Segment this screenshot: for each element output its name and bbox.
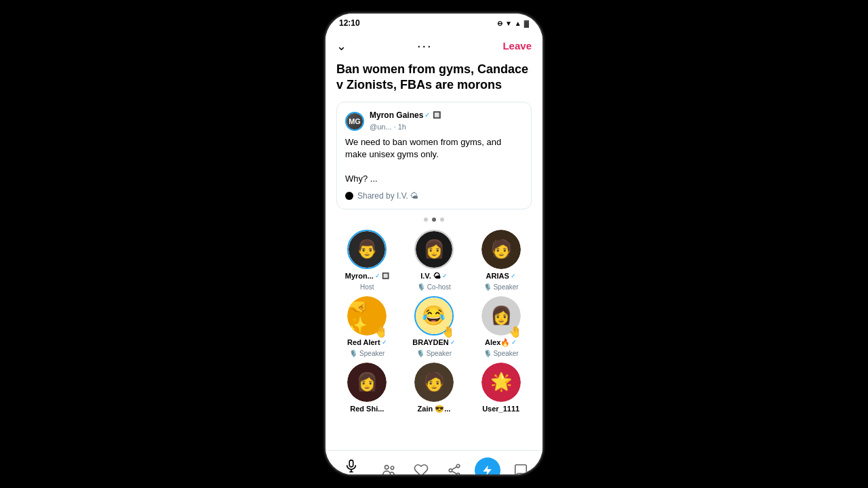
phone-frame: 12:10 ⊖ ▼ ▲ ▓ ⌄ ··· Leave Ban women from… bbox=[326, 14, 542, 474]
tweet-author-avatar: MG bbox=[345, 112, 364, 131]
verified-icon: ✓ bbox=[375, 272, 380, 279]
speaker-avatar-wrap: 🧑 bbox=[414, 363, 454, 402]
people-button[interactable] bbox=[376, 460, 401, 475]
share-button[interactable] bbox=[441, 460, 467, 475]
speaker-user1111[interactable]: 🌟 User_1111 bbox=[470, 363, 532, 413]
speaker-brayden[interactable]: 😂 🤚 BRAYDEN ✓ 🎙️ Speaker bbox=[403, 296, 465, 357]
speakers-grid: 👨 Myron... ✓ 🔲 Host 👩 I.V. � bbox=[326, 227, 542, 425]
signal-bars-icon: ▲ bbox=[515, 20, 521, 27]
speaker-name: BRAYDEN bbox=[412, 338, 448, 347]
verified-icon: ✓ bbox=[511, 272, 516, 279]
speaker-role: 🎙️ Speaker bbox=[484, 350, 519, 357]
shared-dot-icon bbox=[345, 192, 353, 200]
speaker-arias[interactable]: 🧑 ARIAS ✓ 🎙️ Speaker bbox=[470, 230, 532, 291]
svg-point-3 bbox=[384, 465, 389, 469]
speaker-name: Zain 😎... bbox=[418, 405, 451, 413]
speaker-avatar: 👩 bbox=[347, 363, 387, 402]
speaker-name: Red Shi... bbox=[350, 405, 384, 413]
signal-icon: ⊖ bbox=[497, 20, 502, 27]
speaker-myron[interactable]: 👨 Myron... ✓ 🔲 Host bbox=[336, 230, 398, 291]
speaker-avatar-wrap: 👩 bbox=[414, 230, 454, 269]
speaker-avatar: 👩 bbox=[414, 230, 454, 269]
tweet-meta: Myron Gaines ✓ 🔲 @un... · 1h bbox=[370, 110, 523, 132]
speaker-role: 🎙️ Speaker bbox=[349, 350, 384, 357]
svg-point-5 bbox=[456, 464, 460, 468]
svg-point-7 bbox=[456, 473, 460, 474]
hand-emoji: 🤚 bbox=[509, 325, 522, 338]
speaker-iv[interactable]: 👩 I.V. 🌤 ✓ 🎙️ Co-host bbox=[403, 230, 465, 291]
speaker-avatar-wrap: 🤜✨ 🤚 bbox=[347, 296, 387, 336]
speaker-red-shi[interactable]: 👩 Red Shi... bbox=[336, 363, 398, 413]
battery-icon: ▓ bbox=[524, 20, 529, 27]
speaker-red-alert[interactable]: 🤜✨ 🤚 Red Alert ✓ 🎙️ Speaker bbox=[336, 296, 398, 357]
tweet-card: MG Myron Gaines ✓ 🔲 @un... · 1h We need … bbox=[336, 102, 532, 209]
tweet-author-name: Myron Gaines bbox=[370, 110, 423, 120]
svg-point-6 bbox=[449, 468, 452, 472]
speaker-avatar: 🧑 bbox=[414, 363, 454, 402]
boost-button[interactable] bbox=[475, 458, 500, 475]
speaker-name: Red Alert bbox=[347, 338, 380, 347]
wifi-icon: ▼ bbox=[505, 20, 512, 27]
speaker-zain[interactable]: 🧑 Zain 😎... bbox=[403, 363, 465, 413]
speaker-avatar-wrap: 👩 🤚 bbox=[481, 296, 521, 336]
speaker-name: Myron... bbox=[345, 272, 374, 281]
verified-icon: ✓ bbox=[382, 339, 387, 346]
svg-rect-0 bbox=[349, 460, 353, 466]
badge-icon: 🔲 bbox=[433, 111, 441, 119]
space-title: Ban women from gyms, Candace v Zionists,… bbox=[326, 59, 542, 102]
status-time: 12:10 bbox=[339, 18, 360, 28]
shared-by: Shared by I.V. 🌤 bbox=[345, 191, 523, 201]
bottom-bar: Request bbox=[326, 450, 542, 474]
speaker-role: 🎙️ Speaker bbox=[484, 283, 519, 291]
speaker-avatar-wrap: 😂 🤚 bbox=[414, 296, 454, 336]
app-content: ⌄ ··· Leave Ban women from gyms, Candace… bbox=[326, 33, 542, 450]
speaker-name: ARIAS bbox=[486, 272, 509, 281]
chat-button[interactable] bbox=[508, 460, 534, 475]
speaker-avatar-wrap: 👨 bbox=[347, 230, 387, 269]
speaker-avatar-wrap: 🌟 bbox=[481, 363, 521, 402]
shared-by-text: Shared by I.V. 🌤 bbox=[357, 191, 418, 201]
dot-1 bbox=[424, 218, 428, 222]
more-options-button[interactable]: ··· bbox=[417, 38, 433, 54]
carousel-dots bbox=[326, 209, 542, 227]
speaker-avatar: 🧑 bbox=[481, 230, 521, 269]
verified-icon: ✓ bbox=[425, 111, 430, 119]
speaker-avatar: 🌟 bbox=[481, 363, 521, 402]
svg-line-8 bbox=[452, 471, 456, 474]
speaker-name: I.V. 🌤 bbox=[420, 272, 441, 281]
speaker-avatar-wrap: 👩 bbox=[347, 363, 387, 402]
hand-emoji: 🤚 bbox=[374, 325, 388, 338]
tweet-handle: @un... · 1h bbox=[370, 123, 406, 131]
verified-icon: ✓ bbox=[442, 272, 448, 279]
speaker-role: 🎙️ Speaker bbox=[416, 350, 452, 357]
heart-button[interactable] bbox=[408, 460, 434, 475]
badge-icon: 🔲 bbox=[382, 272, 389, 279]
top-bar: ⌄ ··· Leave bbox=[326, 33, 542, 59]
status-bar: 12:10 ⊖ ▼ ▲ ▓ bbox=[326, 14, 542, 33]
mic-button[interactable]: Request bbox=[334, 456, 368, 475]
svg-point-4 bbox=[391, 466, 394, 470]
dot-3 bbox=[440, 218, 444, 222]
speaker-role: 🎙️ Co-host bbox=[417, 283, 451, 291]
speaker-name: User_1111 bbox=[482, 405, 519, 413]
speaker-role: Host bbox=[360, 283, 374, 291]
verified-icon: ✓ bbox=[450, 339, 456, 346]
tweet-header: MG Myron Gaines ✓ 🔲 @un... · 1h bbox=[345, 110, 523, 132]
hand-emoji: 🤚 bbox=[441, 325, 455, 338]
svg-line-9 bbox=[452, 466, 456, 469]
tweet-body: We need to ban women from gyms, and make… bbox=[345, 136, 523, 186]
verified-icon: ✓ bbox=[511, 339, 517, 346]
leave-button[interactable]: Leave bbox=[502, 40, 532, 52]
speaker-name: Alex🔥 bbox=[485, 338, 510, 347]
speaker-alex[interactable]: 👩 🤚 Alex🔥 ✓ 🎙️ Speaker bbox=[470, 296, 532, 357]
dot-2 bbox=[432, 218, 436, 222]
speaker-avatar: 👨 bbox=[347, 230, 387, 269]
status-icons: ⊖ ▼ ▲ ▓ bbox=[497, 20, 529, 27]
chevron-down-icon[interactable]: ⌄ bbox=[336, 39, 347, 54]
speaker-avatar-wrap: 🧑 bbox=[481, 230, 521, 269]
